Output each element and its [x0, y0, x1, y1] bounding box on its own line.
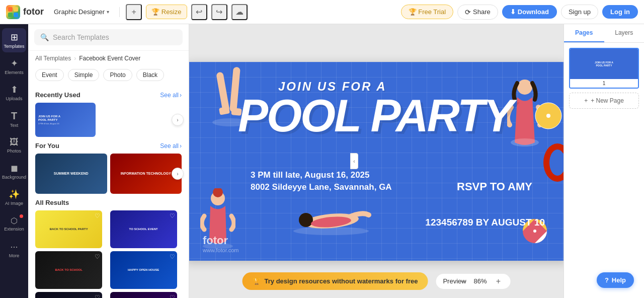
result-card-2[interactable]: BACK TO SCHOOL ♡	[35, 251, 102, 289]
result-label-2: BACK TO SCHOOL	[55, 268, 83, 272]
redo-button[interactable]: ↪	[211, 4, 227, 20]
for-you-card-info-label: Information Technology	[121, 171, 171, 176]
for-you-card-summer[interactable]: SUMMER WEEKEND	[35, 154, 107, 194]
canvas[interactable]: JOIN US FOR A POOL PARTY 3 PM till late,…	[189, 62, 564, 261]
undo-button[interactable]: ↩	[191, 4, 207, 20]
add-button[interactable]: +	[126, 4, 142, 20]
result-label-0: BACK TO SCHOOL PARTY	[50, 228, 88, 232]
download-button[interactable]: ⬇ Download	[502, 5, 557, 19]
more-label: More	[9, 253, 20, 258]
uploads-icon: ⬆	[11, 84, 18, 95]
diamond-icon: 🏆	[253, 277, 261, 285]
sidebar-item-background[interactable]: ◼ Background	[2, 159, 26, 183]
for-you-next-arrow[interactable]: ›	[172, 168, 184, 180]
recently-see-all[interactable]: See all ›	[160, 92, 182, 99]
watermark-label: Try design resources without watermarks …	[265, 277, 418, 285]
pages-content: JOIN US FOR APOOL PARTY 1 + + New Page	[564, 43, 644, 298]
pool-party-title: POOL PARTY	[238, 95, 512, 138]
rsvp-text: RSVP TO AMY	[457, 180, 532, 193]
sidebar-item-photos[interactable]: 🖼 Photos	[2, 133, 26, 157]
add-page-label: + New Page	[591, 97, 624, 104]
heart-icon-1: ♡	[170, 212, 175, 219]
result-label-1: TO SCHOOL EVENT	[129, 228, 158, 232]
filter-black[interactable]: Black	[136, 69, 164, 81]
result-card-0[interactable]: BACK TO SCHOOL PARTY ♡	[35, 210, 102, 248]
result-label-3: HAPPY OPEN HOUSE	[128, 268, 159, 272]
sidebar-item-more[interactable]: ··· More	[2, 238, 26, 262]
free-trial-button[interactable]: 🏆 Free Trial	[401, 5, 454, 19]
filter-tags: Event Simple Photo Black	[28, 66, 189, 86]
share-icon: ⟳	[465, 8, 471, 16]
search-input[interactable]	[53, 33, 177, 41]
svg-rect-3	[14, 13, 18, 17]
download-icon: ⬇	[510, 8, 516, 16]
chevron-right-icon: ›	[180, 92, 182, 99]
for-you-header: For You See all ›	[35, 142, 182, 150]
zoom-minus-button[interactable]: —	[457, 277, 467, 286]
svg-rect-7	[219, 106, 230, 115]
template-panel: 🔍 All Templates › Facebook Event Cover E…	[28, 24, 189, 298]
tab-layers[interactable]: Layers	[604, 24, 645, 42]
text-icon: T	[11, 110, 17, 122]
ai-image-icon: ✨	[9, 189, 20, 200]
sidebar-item-ai-image[interactable]: ✨ AI Image	[2, 185, 26, 209]
filter-event[interactable]: Event	[35, 69, 64, 81]
cloud-save-button[interactable]: ☁	[231, 4, 248, 20]
signup-label: Sign up	[569, 8, 591, 16]
sidebar-item-text[interactable]: T Text	[2, 107, 26, 131]
login-button[interactable]: Log in	[602, 5, 638, 19]
deco-floatie	[542, 142, 564, 185]
templates-label: Templates	[4, 44, 24, 49]
zoom-controls: Preview — 86% +	[436, 274, 510, 289]
watermark-button[interactable]: 🏆 Try design resources without watermark…	[243, 272, 428, 290]
result-card-4[interactable]: SILENT CITY ♡	[35, 292, 102, 298]
svg-rect-0	[8, 7, 13, 12]
sidebar-item-elements[interactable]: ✦ Elements	[2, 54, 26, 79]
pool-mini-title: JOIN US FOR APOOL PARTY	[38, 115, 60, 121]
result-card-1[interactable]: TO SCHOOL EVENT ♡	[110, 210, 177, 248]
share-button[interactable]: ⟳ Share	[457, 5, 498, 20]
share-label: Share	[473, 8, 491, 16]
all-results-title: All Results	[35, 199, 182, 206]
plus-icon: +	[131, 8, 136, 17]
for-you-card-info[interactable]: Information Technology	[110, 154, 182, 194]
result-card-3[interactable]: HAPPY OPEN HOUSE ♡	[110, 251, 177, 289]
pool-party-design: JOIN US FOR A POOL PARTY 3 PM till late,…	[189, 62, 564, 261]
result-card-5[interactable]: ART EXHIBITION ♡	[110, 292, 177, 298]
pool-mini-details: 3 PM till late, August 16	[38, 122, 59, 125]
canvas-area: ‹	[189, 24, 564, 298]
sidebar-item-extension[interactable]: ⬡ Extension	[2, 211, 26, 236]
recently-next-arrow[interactable]: ›	[172, 114, 184, 126]
chevron-down-icon: ▾	[107, 9, 109, 15]
fotor-icon	[6, 5, 20, 19]
sidebar-item-uploads[interactable]: ⬆ Uploads	[2, 81, 26, 105]
help-button[interactable]: ? Help	[597, 272, 634, 288]
extension-label: Extension	[4, 227, 24, 232]
zoom-plus-button[interactable]: +	[493, 277, 503, 286]
designer-dropdown[interactable]: Graphic Designer ▾	[50, 6, 113, 18]
heart-icon-0: ♡	[95, 212, 100, 219]
resize-button[interactable]: 🏆 Resize	[146, 5, 187, 19]
for-you-see-all[interactable]: See all ›	[160, 142, 182, 150]
templates-icon: ⊞	[11, 32, 18, 43]
breadcrumb-all-templates[interactable]: All Templates	[35, 55, 71, 62]
recently-used-card[interactable]: JOIN US FOR APOOL PARTY 3 PM till late, …	[35, 103, 96, 137]
elements-label: Elements	[5, 70, 24, 75]
signup-button[interactable]: Sign up	[561, 5, 598, 19]
filter-simple[interactable]: Simple	[68, 69, 100, 81]
panel-collapse-button[interactable]: ‹	[350, 153, 358, 169]
free-trial-label: 🏆 Free Trial	[409, 8, 446, 16]
phone-text: 123456789 BY AUGUST 10	[425, 217, 545, 228]
add-page-button[interactable]: + + New Page	[569, 93, 639, 109]
search-wrapper: 🔍	[34, 29, 183, 45]
background-icon: ◼	[11, 163, 18, 174]
page-1-thumbnail[interactable]: JOIN US FOR APOOL PARTY 1	[569, 48, 639, 89]
elements-icon: ✦	[11, 58, 18, 69]
svg-point-18	[293, 227, 369, 235]
filter-photo[interactable]: Photo	[103, 69, 132, 81]
breadcrumb-separator: ›	[74, 55, 76, 62]
results-grid: BACK TO SCHOOL PARTY ♡ TO SCHOOL EVENT ♡…	[35, 210, 182, 298]
deco-beach-ball-top	[535, 102, 562, 132]
tab-pages[interactable]: Pages	[564, 24, 604, 42]
sidebar-item-templates[interactable]: ⊞ Templates	[2, 28, 26, 52]
